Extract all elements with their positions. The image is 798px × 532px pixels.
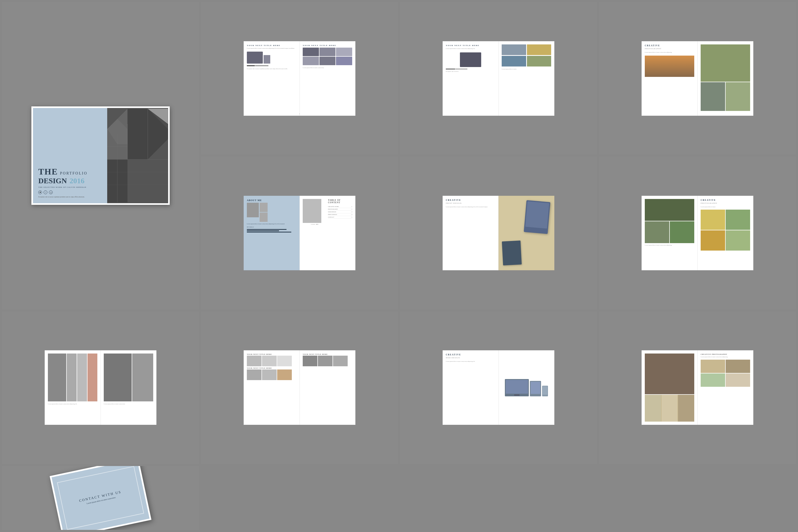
skill-bar-3 — [247, 232, 291, 232]
skill-bars — [247, 229, 296, 232]
photo-thumb-1 — [701, 82, 725, 111]
device2-thumb-3 — [502, 56, 526, 66]
devices-left-desc: Excepteur sint occaecat cupidatat proide… — [247, 68, 296, 70]
spine — [498, 196, 499, 270]
about-booklet: ABOUT ME Lorem ipsum dolor sit amet cons… — [244, 196, 355, 270]
cover-booklet: THE PORTFOLIO DESIGN 2016 THE SELECTED W… — [32, 107, 170, 205]
portraits-title: CREATIVE — [701, 199, 750, 201]
photo-row — [701, 82, 750, 111]
photo1-page-right — [698, 41, 753, 116]
toc-page-3: 3 — [352, 211, 353, 212]
tablet-mockup — [524, 200, 550, 234]
web-phone — [542, 386, 548, 396]
building-illustration — [107, 108, 168, 203]
cover-title-line2: DESIGN 2016 — [38, 177, 102, 185]
fashion-booklet: Lorem ipsum dolor sit amet consectetur a… — [45, 350, 156, 425]
toc-page-1: 1 — [352, 206, 353, 207]
portraits-page-right: CREATIVE PHOTOGRAPHY Lorem ipsum dolor s… — [698, 196, 753, 270]
email-icon: △ — [49, 190, 53, 194]
tablet-screen — [525, 201, 549, 229]
print-body: Lorem ipsum dolor sit amet consectetur a… — [446, 206, 495, 208]
mockup-row-1: YOUR NEXT TITLE HERE — [247, 354, 296, 366]
wedding-grid-2 — [726, 360, 750, 373]
fashion-photo-4 — [104, 354, 132, 401]
about-inner: ABOUT ME Lorem ipsum dolor sit amet cons… — [244, 196, 355, 270]
wedding-photo-3 — [662, 395, 678, 422]
web-page-left: CREATIVE WEB DESIGN Lorem ipsum dolor si… — [443, 350, 498, 425]
device-thumb-2 — [320, 48, 336, 56]
fashion-photos-right — [104, 354, 153, 401]
mockup-thumbs-3 — [303, 356, 352, 366]
fashion-photo-3 — [77, 354, 87, 401]
devices2-left-body: Lorem ipsum dolor sit amet consectetur a… — [446, 48, 495, 50]
cell-web-design: CREATIVE WEB DESIGN Lorem ipsum dolor si… — [400, 311, 597, 464]
cover-icons: ■ ○ △ — [38, 190, 102, 194]
portraits-desc: Lorem ipsum dolor sit amet. — [701, 206, 750, 208]
wedding-grid — [701, 360, 750, 387]
cover-title-line1: THE PORTFOLIO — [38, 167, 102, 177]
device-thumb-5 — [320, 57, 336, 65]
about-side-photos — [260, 203, 268, 222]
toc-item-4: PRINT DESIGN 4 — [328, 213, 352, 216]
about-main-photo — [247, 203, 259, 217]
wedding-title: CREATIVE PHOTOGRAPHY — [701, 354, 750, 355]
portraits-inner: Lorem ipsum dolor sit amet consectetur a… — [642, 196, 753, 270]
fashion-photo-5 — [132, 354, 153, 401]
cell-about: ABOUT ME Lorem ipsum dolor sit amet cons… — [201, 157, 398, 309]
portraits-body: Lorem ipsum dolor sit amet consectetur a… — [645, 244, 694, 246]
about-skill-label: CALL ME — [303, 224, 327, 225]
mockups-booklet: YOUR NEXT TITLE HERE YOUR NEXT TITLE HER… — [244, 350, 355, 425]
portraits-page-left: Lorem ipsum dolor sit amet consectetur a… — [642, 196, 698, 270]
cell-fashion: Lorem ipsum dolor sit amet consectetur a… — [2, 311, 199, 464]
monitor-stand — [514, 395, 519, 396]
device-thumb-6 — [336, 57, 352, 65]
monitor-screen — [506, 380, 528, 394]
photo-thumb-2 — [726, 82, 750, 111]
portrait-sage — [726, 230, 750, 251]
wedding-page-right: CREATIVE PHOTOGRAPHY Lorem ipsum dolor s… — [698, 350, 753, 425]
cover-page-left: THE PORTFOLIO DESIGN 2016 THE SELECTED W… — [33, 108, 107, 203]
cover-page-right — [107, 108, 168, 203]
wedding-photo-row — [645, 395, 694, 422]
bar-chart-2 — [446, 69, 495, 70]
devices-left-images — [247, 52, 296, 63]
laptop-large-icon — [460, 52, 481, 67]
print-booklet: CREATIVE PRINT DESIGN Lorem ipsum dolor … — [443, 196, 554, 270]
device2-thumb-4 — [527, 56, 551, 66]
photo1-page-left: CREATIVE PHOTOGRAPHY Lorem ipsum dolor s… — [642, 41, 698, 116]
devices-right-title: YOUR NEXT TITLE HERE — [303, 44, 352, 46]
about-photo-1 — [260, 203, 268, 212]
cell-print-design: CREATIVE PRINT DESIGN Lorem ipsum dolor … — [400, 157, 597, 309]
mockup-thumb-3 — [277, 356, 292, 366]
devices-spread-2-booklet: YOUR NEXT TITLE HERE Lorem ipsum dolor s… — [443, 41, 554, 116]
fashion-inner: Lorem ipsum dolor sit amet consectetur a… — [45, 350, 156, 425]
toc-page-5: 5 — [352, 216, 353, 218]
devices2-grid — [502, 44, 551, 66]
mockup-thumbs-2 — [247, 369, 296, 380]
photography-spread-1-inner: CREATIVE PHOTOGRAPHY Lorem ipsum dolor s… — [642, 41, 753, 116]
mockup-title-2: YOUR NEXT TITLE HERE — [247, 367, 296, 369]
wedding-page-left — [642, 350, 698, 425]
skill-bar-2 — [247, 230, 279, 231]
print-page-left: CREATIVE PRINT DESIGN Lorem ipsum dolor … — [443, 196, 498, 270]
portrait-gold — [701, 230, 725, 251]
devices2-laptop — [446, 52, 495, 67]
cover-design: DESIGN — [38, 177, 67, 185]
about-body: Lorem ipsum dolor sit amet consectetur a… — [247, 223, 296, 225]
web-booklet: CREATIVE WEB DESIGN Lorem ipsum dolor si… — [443, 350, 554, 425]
contact-booklet: CONTACT WITH US Lorem ipsum dolor sit am… — [50, 466, 151, 530]
fashion-right-body: Lorem ipsum dolor sit amet consectetur. — [104, 403, 153, 405]
cell-photography-1: CREATIVE PHOTOGRAPHY Lorem ipsum dolor s… — [599, 2, 796, 155]
photo1-body: Lorem ipsum dolor sit amet consectetur a… — [645, 51, 694, 54]
toc-label-2: PHOTOGRAPHY — [328, 209, 338, 210]
phone-screen — [543, 386, 547, 395]
wedding-grid-3 — [701, 374, 725, 387]
spine — [300, 196, 300, 270]
mockup-thumb-4 — [247, 369, 262, 380]
wedding-booklet: CREATIVE PHOTOGRAPHY Lorem ipsum dolor s… — [642, 350, 753, 425]
fashion-page-left: Lorem ipsum dolor sit amet consectetur a… — [45, 350, 100, 425]
devices-page-right: YOUR NEXT TITLE HERE Lorem ipsum dolor s… — [300, 41, 355, 116]
toc-label-3: WEB DESIGN — [328, 211, 336, 212]
about-right-layout: CALL ME TABLE OF CONTENT CREATIVE WORK 1… — [303, 199, 352, 225]
portraits-grid-left — [645, 199, 694, 243]
